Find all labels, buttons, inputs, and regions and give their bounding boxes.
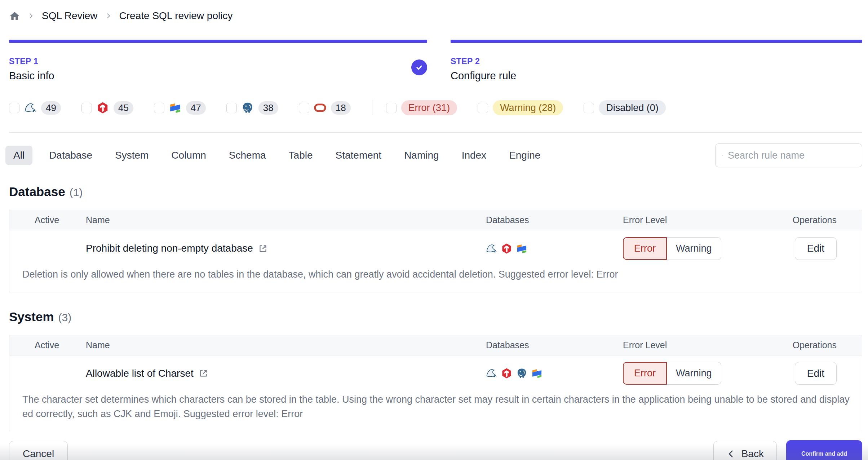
home-icon[interactable] [9, 10, 20, 22]
postgres-count-badge: 38 [258, 101, 278, 115]
filter-tidb: 45 [81, 101, 133, 115]
error-level-error-button[interactable]: Error [623, 362, 667, 385]
section-heading-system: System (3) [9, 310, 862, 324]
rule-databases [477, 243, 614, 254]
back-button[interactable]: Back [713, 441, 777, 460]
chevron-right-icon [105, 12, 112, 19]
tab-column[interactable]: Column [171, 146, 206, 165]
tab-all[interactable]: All [5, 146, 32, 165]
section-title: Database [9, 185, 65, 199]
system-rules-table: Active Name Databases Error Level Operat… [9, 335, 862, 432]
mysql-checkbox[interactable] [9, 103, 19, 113]
error-filter-checkbox[interactable] [386, 103, 397, 113]
warning-filter-pill[interactable]: Warning (28) [493, 100, 563, 115]
tidb-count-badge: 45 [114, 101, 133, 115]
oceanbase-checkbox[interactable] [154, 103, 164, 113]
warning-filter-checkbox[interactable] [478, 103, 488, 113]
filter-oceanbase: 47 [154, 101, 206, 115]
postgres-checkbox[interactable] [226, 103, 237, 113]
step-1-title: Basic info [9, 70, 427, 82]
step-1-label: STEP 1 [9, 57, 427, 66]
search-box [715, 143, 862, 167]
search-input[interactable] [728, 150, 855, 161]
tab-system[interactable]: System [115, 146, 149, 165]
col-databases: Databases [477, 215, 614, 225]
oceanbase-count-badge: 47 [186, 101, 206, 115]
back-button-label: Back [741, 448, 764, 460]
step-1: STEP 1 Basic info [9, 40, 427, 82]
rule-name: Allowable list of Charset [86, 368, 194, 379]
disabled-filter-checkbox[interactable] [584, 103, 594, 113]
breadcrumb: SQL Review Create SQL review policy [9, 8, 862, 24]
breadcrumb-create-policy: Create SQL review policy [119, 10, 233, 22]
rule-description: The character set determines which chara… [9, 392, 862, 432]
external-link-icon[interactable] [258, 244, 268, 253]
footer-actions: Cancel Back Confirm and add [9, 440, 862, 460]
oceanbase-icon [531, 368, 542, 379]
oceanbase-icon [169, 102, 181, 114]
col-name: Name [86, 340, 477, 350]
tidb-icon [501, 243, 512, 254]
error-level-warning-button[interactable]: Warning [667, 362, 721, 385]
col-operations: Operations [751, 215, 862, 225]
search-icon [722, 150, 723, 160]
tab-schema[interactable]: Schema [229, 146, 266, 165]
tab-engine[interactable]: Engine [509, 146, 540, 165]
disabled-filter-pill[interactable]: Disabled (0) [599, 100, 666, 115]
oracle-icon [314, 102, 326, 114]
step-1-completed-check-icon [411, 59, 427, 75]
col-active: Active [9, 340, 86, 350]
mysql-icon [24, 102, 36, 114]
filter-mysql: 49 [9, 101, 61, 115]
cancel-button[interactable]: Cancel [9, 441, 68, 460]
section-heading-database: Database (1) [9, 185, 862, 199]
section-title: System [9, 310, 54, 324]
table-row: Allowable list of Charset Error Warning … [9, 355, 862, 392]
mysql-count-badge: 49 [41, 101, 61, 115]
rule-databases [477, 368, 614, 379]
filter-warning-level: Warning (28) [478, 100, 563, 115]
step-1-progress-bar [9, 40, 427, 43]
step-2-title: Configure rule [451, 70, 862, 82]
table-header: Active Name Databases Error Level Operat… [9, 210, 862, 230]
step-2-progress-bar [451, 40, 862, 43]
col-error-level: Error Level [614, 215, 751, 225]
col-operations: Operations [751, 340, 862, 350]
col-error-level: Error Level [614, 340, 751, 350]
tab-table[interactable]: Table [289, 146, 313, 165]
col-databases: Databases [477, 340, 614, 350]
category-tabs: All Database System Column Schema Table … [9, 143, 862, 167]
step-2: STEP 2 Configure rule [451, 40, 862, 82]
filter-bar: 49 45 47 38 18 [9, 100, 862, 116]
edit-button[interactable]: Edit [795, 237, 837, 260]
section-count: (1) [70, 186, 83, 199]
table-row: Prohibit deleting non-empty database Err… [9, 230, 862, 266]
filter-oracle: 18 [299, 101, 351, 115]
error-level-error-button[interactable]: Error [623, 237, 667, 260]
tidb-icon [501, 368, 512, 379]
tab-naming[interactable]: Naming [404, 146, 439, 165]
breadcrumb-sql-review[interactable]: SQL Review [42, 10, 98, 22]
error-level-selector: Error Warning [614, 362, 751, 385]
error-level-warning-button[interactable]: Warning [667, 237, 721, 260]
error-filter-pill[interactable]: Error (31) [401, 100, 457, 115]
section-count: (3) [58, 311, 72, 324]
tab-database[interactable]: Database [49, 146, 92, 165]
tidb-icon [97, 102, 109, 114]
error-level-selector: Error Warning [614, 237, 751, 260]
step-2-label: STEP 2 [451, 57, 862, 66]
filter-separator [372, 101, 372, 115]
sql-review-policy-page: SQL Review Create SQL review policy STEP… [0, 0, 868, 460]
external-link-icon[interactable] [199, 368, 208, 378]
oracle-checkbox[interactable] [299, 103, 309, 113]
tab-index[interactable]: Index [462, 146, 487, 165]
filter-error-level: Error (31) [386, 100, 457, 115]
section-divider [9, 132, 862, 133]
mysql-icon [486, 243, 497, 254]
tab-statement[interactable]: Statement [336, 146, 382, 165]
edit-button[interactable]: Edit [795, 362, 837, 385]
confirm-and-add-button[interactable]: Confirm and add [786, 440, 862, 460]
tidb-checkbox[interactable] [81, 103, 92, 113]
mysql-icon [486, 368, 497, 379]
postgres-icon [242, 102, 254, 114]
